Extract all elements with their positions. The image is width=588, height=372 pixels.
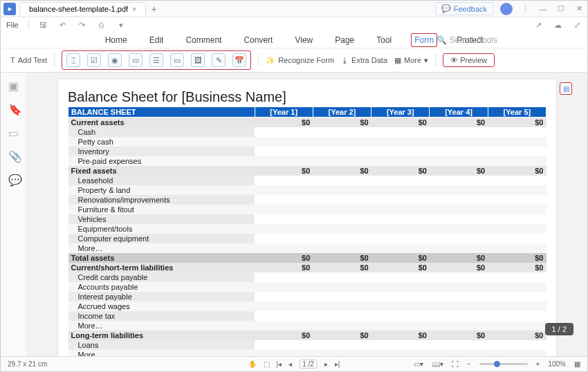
comment-icon[interactable]: 💬 [8, 174, 19, 185]
dropdown-icon[interactable]: ▾ [116, 20, 126, 30]
menu-convert[interactable]: Convert [241, 34, 275, 46]
feedback-button[interactable]: 💬 Feedback [435, 2, 493, 15]
menu-form[interactable]: Form [411, 33, 437, 47]
textfield-icon[interactable]: ⌶ [66, 53, 80, 67]
download-icon: ⭳ [341, 56, 349, 64]
menu-comment[interactable]: Comment [183, 34, 224, 46]
signature-icon[interactable]: ✎ [212, 53, 226, 67]
chevron-down-icon: ▾ [424, 56, 428, 65]
zoom-in-button[interactable]: + [536, 360, 540, 368]
extra-data-button[interactable]: ⭳Extra Data [341, 56, 387, 64]
minimize-button[interactable]: — [538, 5, 549, 13]
close-tab-icon[interactable]: × [132, 5, 136, 13]
zoom-slider[interactable] [479, 363, 528, 365]
undo-icon[interactable]: ↶ [58, 20, 68, 30]
grid-icon: ▦ [394, 56, 401, 65]
balance-sheet-table: BALANCE SHEET[Year 1][Year 2][Year 3][Ye… [68, 106, 546, 356]
listbox-icon[interactable]: ☰ [149, 53, 163, 67]
kebab-icon[interactable]: ⋮ [520, 4, 531, 13]
recognize-form-button[interactable]: ✨Recognize Form [266, 56, 334, 65]
chat-icon: 💬 [441, 4, 451, 13]
fit-icon[interactable]: ⛶ [452, 360, 459, 368]
zoom-level[interactable]: 100% [548, 360, 566, 368]
image-icon[interactable]: 🖼 [191, 53, 205, 67]
print-icon[interactable]: ⎙ [97, 20, 107, 30]
hand-tool-icon[interactable]: ✋ [248, 360, 257, 368]
menu-page[interactable]: Page [332, 34, 357, 46]
next-page-button[interactable]: ▸ [324, 360, 328, 368]
eye-icon: 👁 [450, 56, 460, 64]
add-tab-button[interactable]: + [151, 3, 157, 15]
maximize-button[interactable]: ☐ [555, 4, 567, 13]
menu-tool[interactable]: Tool [374, 34, 394, 46]
save-icon[interactable]: 🖫 [39, 20, 48, 30]
radiobutton-icon[interactable]: ◉ [108, 53, 122, 67]
prev-page-button[interactable]: ◂ [288, 360, 292, 368]
last-page-button[interactable]: ▸| [335, 360, 340, 368]
view-mode-icon[interactable]: ▭▾ [414, 360, 423, 368]
page-count-badge: 1 / 2 [545, 323, 573, 335]
first-page-button[interactable]: |◂ [277, 360, 282, 368]
form-fields-group: ⌶ ☑ ◉ ▭ ☰ ▭ 🖼 ✎ 📅 [62, 50, 251, 70]
tab-title: balance-sheet-template-1.pdf [29, 5, 128, 13]
date-icon[interactable]: 📅 [232, 53, 246, 67]
more-button[interactable]: ▦More ▾ [394, 56, 428, 65]
menu-view[interactable]: View [292, 34, 315, 46]
share-icon[interactable]: ↗ [533, 20, 543, 30]
select-tool-icon[interactable]: ⬚ [264, 360, 270, 368]
expand-icon[interactable]: ⤢ [572, 20, 582, 30]
menu-home[interactable]: Home [102, 34, 130, 46]
user-avatar[interactable] [500, 3, 513, 15]
page-dimensions: 29.7 x 21 cm [8, 360, 47, 368]
pages-panel-icon[interactable]: ▦ [574, 360, 580, 368]
combobox-icon[interactable]: ▭ [129, 53, 143, 67]
cloud-icon[interactable]: ☁ [553, 20, 562, 30]
search-tools[interactable]: 🔍 Search Tools [437, 35, 497, 45]
app-icon: ▸ [3, 3, 16, 15]
redo-icon[interactable]: ↷ [77, 20, 87, 30]
button-icon[interactable]: ▭ [170, 53, 184, 67]
attachment-icon[interactable]: 📎 [8, 150, 19, 161]
file-menu[interactable]: File [6, 21, 19, 29]
wand-icon: ✨ [266, 56, 275, 65]
document-canvas: ▤ Balance Sheet for [Business Name] BALA… [27, 73, 587, 356]
add-text-button[interactable]: TAdd Text [10, 56, 47, 64]
checkbox-icon[interactable]: ☑ [87, 53, 101, 67]
close-window-button[interactable]: ✕ [573, 4, 585, 13]
preview-button[interactable]: 👁 Preview [443, 53, 495, 67]
page: Balance Sheet for [Business Name] BALANC… [58, 80, 556, 356]
page-number-field[interactable]: 1 /2 [299, 360, 318, 369]
fields-icon[interactable]: ▭ [8, 127, 19, 138]
bookmark-icon[interactable]: 🔖 [8, 103, 19, 114]
read-mode-icon[interactable]: 📖▾ [432, 360, 443, 368]
document-title: Balance Sheet for [Business Name] [68, 89, 546, 105]
thumbnails-icon[interactable]: ▣ [8, 80, 19, 91]
left-sidebar: ▣ 🔖 ▭ 📎 💬 [1, 73, 27, 356]
menu-edit[interactable]: Edit [147, 34, 167, 46]
zoom-out-button[interactable]: − [467, 360, 471, 368]
text-icon: T [10, 56, 15, 64]
document-tab[interactable]: balance-sheet-template-1.pdf × [20, 2, 146, 15]
field-ready-badge[interactable]: ▤ [560, 82, 572, 95]
search-icon: 🔍 [437, 35, 447, 45]
